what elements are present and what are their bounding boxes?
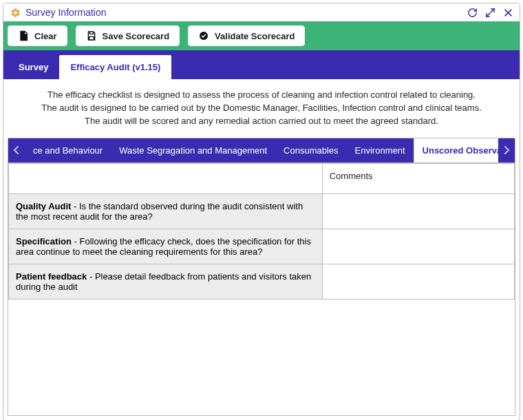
tab-survey[interactable]: Survey: [8, 55, 59, 79]
question-label: Patient feedback: [16, 271, 87, 282]
toolbar: Clear Save Scorecard Validate Scorecard: [3, 21, 520, 50]
main-tabbar: Survey Efficacy Audit (v1.15): [3, 50, 520, 79]
table-row: Specification - Following the efficacy c…: [9, 229, 515, 264]
description-line: The efficacy checklist is designed to as…: [24, 89, 499, 102]
description: The efficacy checklist is designed to as…: [3, 79, 520, 138]
file-icon: [18, 30, 29, 41]
check-circle-icon: [198, 30, 209, 41]
column-header-comments: Comments: [322, 163, 514, 193]
subtab-behaviour[interactable]: ce and Behaviour: [25, 138, 111, 162]
description-line: The audit will be scored and any remedia…: [24, 115, 499, 128]
save-button[interactable]: Save Scorecard: [76, 25, 180, 46]
scroll-left-icon[interactable]: [8, 138, 25, 162]
comments-cell[interactable]: [322, 229, 514, 264]
table-row: Patient feedback - Please detail feedbac…: [9, 264, 515, 299]
tab-efficacy[interactable]: Efficacy Audit (v1.15): [59, 55, 171, 79]
observations-table: Comments Quality Audit - Is the standard…: [8, 163, 515, 300]
subtab-unscored[interactable]: Unscored Observations: [414, 138, 498, 162]
clear-button[interactable]: Clear: [8, 25, 67, 46]
question-cell: Quality Audit - Is the standard observed…: [9, 193, 323, 229]
subtab-waste[interactable]: Waste Segragation and Management: [111, 138, 275, 162]
question-label: Specification: [16, 236, 72, 246]
question-cell: Patient feedback - Please detail feedbac…: [9, 264, 323, 299]
scroll-right-icon[interactable]: [498, 138, 515, 162]
refresh-icon[interactable]: [466, 6, 478, 19]
table-row: Quality Audit - Is the standard observed…: [9, 193, 515, 229]
panel: Survey Information Clear Save Scorecard: [3, 3, 520, 420]
close-icon[interactable]: [502, 6, 514, 19]
validate-button[interactable]: Validate Scorecard: [188, 25, 305, 46]
subtab-bar: ce and Behaviour Waste Segragation and M…: [8, 138, 515, 162]
expand-icon[interactable]: [484, 6, 496, 19]
validate-button-label: Validate Scorecard: [215, 31, 295, 41]
question-cell: Specification - Following the efficacy c…: [9, 229, 323, 264]
subtab-consumables[interactable]: Consumables: [275, 138, 347, 162]
subtab-environment[interactable]: Environment: [347, 138, 414, 162]
save-icon: [86, 30, 97, 41]
save-button-label: Save Scorecard: [103, 31, 170, 41]
observations-table-wrap: Comments Quality Audit - Is the standard…: [8, 162, 515, 416]
comments-cell[interactable]: [322, 193, 514, 229]
question-label: Quality Audit: [16, 201, 71, 211]
comments-cell[interactable]: [322, 264, 514, 299]
description-line: The audit is designed to be carried out …: [24, 102, 499, 115]
panel-header: Survey Information: [3, 3, 520, 21]
gear-icon: [9, 6, 21, 19]
column-header-question: [9, 163, 323, 193]
clear-button-label: Clear: [34, 31, 57, 41]
panel-title: Survey Information: [25, 7, 107, 18]
